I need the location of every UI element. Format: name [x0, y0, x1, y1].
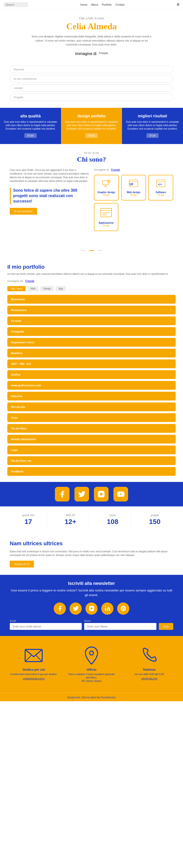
service-web-design: UI Web design Di più [121, 175, 146, 200]
features-section: alta qualità Duis aute irure dolor in re… [0, 108, 183, 144]
svg-text:</>: </> [158, 183, 162, 186]
portfolio-item-title: linguerend–com.it [11, 341, 34, 344]
newsletter-social [10, 602, 173, 615]
portfolio-item: www.grafica.lorem.com→ [7, 381, 176, 390]
email-envelope-icon [24, 646, 43, 665]
nav-contact[interactable]: Contact [115, 3, 125, 6]
stat-projects-label: progetti [139, 514, 171, 517]
nav-about[interactable]: About [91, 3, 98, 6]
email-input[interactable] [10, 623, 82, 630]
stat-clients-value: 108 [97, 518, 129, 526]
feature-results-btn[interactable]: Di più [146, 133, 158, 138]
portfolio-image-links: Immagine da Freepik [7, 279, 176, 282]
software-icon: </> [156, 179, 166, 189]
contact-office-detail: 007 Street, District [66, 680, 117, 683]
portfolio-item: Da asilo→ [7, 316, 176, 325]
newsletter-linkedin-icon[interactable] [101, 602, 113, 615]
graphic-design-link[interactable]: Di più [97, 194, 116, 196]
filter-app-btn[interactable]: App [56, 286, 66, 291]
feature-results-desc: Duis aute irure dolor in reprehenderit i… [126, 120, 179, 130]
newsletter-submit-btn[interactable]: Invia [159, 623, 173, 630]
software-link[interactable]: Di più [151, 194, 170, 196]
name-input[interactable] [84, 623, 156, 630]
newsletter-twitter-icon[interactable] [70, 602, 82, 615]
svg-point-22 [105, 606, 106, 607]
hero-link2[interactable]: Freepik [99, 52, 108, 56]
menu-icon[interactable]: ≡ [177, 2, 179, 7]
app-label: Applicazione [97, 221, 115, 224]
about-image-links: Immagine di Freepik [94, 168, 173, 171]
portfolio-item: Via del fiore, etc→ [7, 456, 176, 465]
portfolio-grid: Benvenuto→ Illustrazione→ Da asilo→ Foto… [7, 295, 176, 476]
filter-all-btn[interactable]: Tutti i lavori [7, 286, 26, 291]
portfolio-item-title: Bambino [11, 351, 23, 354]
stat-wins: grandi vinti 17 [10, 512, 47, 528]
stat-xp-value: 12+ [54, 518, 86, 526]
stat-wins-label: grandi vinti [12, 514, 44, 517]
stat-wins-value: 17 [12, 518, 44, 526]
name-field-wrapper: Nome [84, 620, 156, 630]
contact-graphic: Grafica per noi Il nostro team arricchis… [5, 642, 63, 687]
portfolio-item-title: Da asilo [11, 319, 21, 322]
portfolio-filter: Tutti i lavori Web Design App [7, 286, 176, 291]
nav-portfolio[interactable]: Portfolio [102, 3, 111, 6]
contact-phone-link[interactable]: info@celia.info [141, 677, 157, 680]
portfolio-item-title: www.grafica.lorem.com [11, 384, 41, 387]
portfolio-item-title: Benvenuto [11, 298, 25, 301]
graphic-design-label: Graphic design [97, 191, 116, 194]
contact-phone-title: Telefono [124, 668, 175, 672]
about-title: Chi sono? [10, 156, 173, 163]
download-cv-btn[interactable]: Scarica il CV [10, 561, 34, 567]
form-section: Riprendi: la mia competenza: contatti: P… [0, 66, 183, 108]
newsletter-instagram-icon[interactable] [85, 602, 98, 615]
spacer2 [0, 253, 183, 258]
contact-graphic-link[interactable]: creativeportal.com.it [23, 677, 45, 680]
portfolio-link2[interactable]: Freepik [25, 279, 34, 282]
portfolio-item: Bambino→ [7, 349, 176, 358]
newsletter-pinterest-icon[interactable] [117, 602, 129, 615]
svg-line-25 [36, 655, 42, 662]
about-link2[interactable]: Freepik [111, 168, 120, 171]
contact-graphic-desc: Il nostro team arricchisce il quo per ai… [8, 673, 59, 676]
search-input[interactable] [4, 2, 28, 7]
form-field-3[interactable]: contatti: [10, 84, 173, 92]
nav-home[interactable]: Home [80, 3, 87, 6]
contact-graphic-title: Grafica per noi [8, 668, 59, 672]
web-design-link[interactable]: Di più [124, 194, 143, 196]
about-highlight: Sono felice di sapere che oltre 300 prog… [10, 188, 89, 204]
about-link1: Immagine di [94, 168, 109, 171]
service-graphic-design: Graphic design Di più [94, 175, 119, 200]
newsletter-form: Email Nome Invia [10, 620, 173, 630]
twitter-icon[interactable] [74, 487, 89, 501]
filter-web-btn[interactable]: Web [28, 286, 38, 291]
facebook-icon[interactable] [55, 487, 70, 501]
contact-phone: Telefono lun-ven dalle 8:00 alle 5:00 in… [120, 642, 178, 687]
portfolio-item-title: Via del fiore, etc [11, 459, 32, 462]
app-link[interactable]: Di più [97, 224, 115, 227]
footer-text: Sample text. Click to select the Text El… [67, 696, 116, 699]
email-field-wrapper: Email [10, 620, 82, 630]
form-field-1[interactable]: Riprendi: [10, 66, 173, 73]
portfolio-item: Noi-noi-bia→ [7, 402, 176, 411]
instagram-icon[interactable] [94, 487, 109, 501]
youtube-icon[interactable] [113, 487, 128, 501]
feature-design: design perfetto Duis aute irure dolor in… [61, 108, 122, 144]
form-field-4[interactable]: Progetti: [10, 94, 173, 101]
feature-design-title: design perfetto [65, 114, 118, 118]
feature-results-title: migliori risultati [126, 114, 179, 118]
feature-design-btn[interactable]: Di più [85, 133, 98, 138]
newsletter-facebook-icon[interactable] [54, 602, 66, 615]
about-section: Un po' di me Chi sono? Ciao sono Jack Sm… [0, 144, 183, 238]
form-field-2[interactable]: la mia competenza: [10, 75, 173, 83]
portfolio-item-title: Grafica [11, 373, 20, 376]
portfolio-item-title: Logo [11, 448, 17, 452]
about-portfolio-btn[interactable]: Al mio portfolio! [10, 208, 37, 215]
portfolio-description: Ut enim ad minim veniam, quis nostrud ex… [7, 272, 176, 276]
portfolio-item: Casa→ [7, 413, 176, 422]
portfolio-item: Via del Mare→ [7, 424, 176, 433]
portfolio-item-title: Feedback [11, 470, 24, 473]
feature-quality-btn[interactable]: Di più [25, 133, 37, 138]
portfolio-item-title: Industria [11, 395, 22, 398]
filter-design-btn[interactable]: Design [40, 286, 54, 291]
hero-section: Ciao a tutti, io sono Celia Almeda Sono … [0, 9, 183, 66]
